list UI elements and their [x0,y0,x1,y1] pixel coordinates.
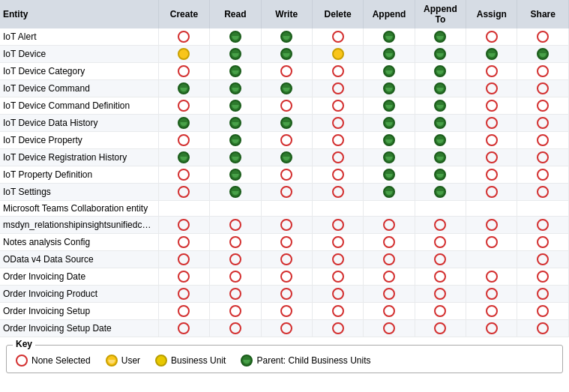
cell-assign [466,268,517,286]
icon-none-selected [537,151,549,163]
cell-share [517,184,569,201]
cell-create [158,115,209,132]
icon-none-selected [178,186,190,198]
cell-write [261,217,312,234]
cell-read [210,115,261,132]
cell-assign [466,320,517,337]
entity-name: Order Invoicing Product [0,286,158,303]
cell-create [158,132,209,149]
icon-none-selected [537,271,549,283]
cell-assign [466,149,517,166]
cell-append [364,63,415,80]
icon-yellow [332,48,344,60]
icon-green [229,186,241,198]
table-row: IoT Device Data History [0,115,569,132]
col-header-delete: Delete [312,0,363,28]
icon-none-selected [332,169,344,181]
entity-name: IoT Device Data History [0,115,158,132]
entity-name: IoT Settings [0,184,158,201]
icon-none-selected [332,219,344,231]
icon-none-selected [178,305,190,317]
icon-green [434,151,446,163]
icon-none-selected [537,65,549,77]
icon-none-selected [486,186,498,198]
icon-green [229,82,241,94]
cell-create [158,46,209,63]
cell-appendTo [415,132,466,149]
entity-name: IoT Device Property [0,132,158,149]
cell-write [261,286,312,303]
cell-create [158,97,209,115]
icon-none-selected [537,100,549,112]
cell-create [158,286,209,303]
permissions-table: Entity Create Read Write Delete Append A… [0,0,569,337]
icon-none-selected [332,305,344,317]
icon-none-selected [332,82,344,94]
icon-green [280,82,292,94]
cell-write [261,234,312,251]
cell-share [517,251,569,268]
table-row: IoT Device Property [0,132,569,149]
cell-appendTo [415,286,466,303]
icon-none-selected [486,169,498,181]
icon-none-selected [537,169,549,181]
cell-assign [466,166,517,184]
cell-append [364,234,415,251]
icon-none-selected [332,186,344,198]
icon-none-selected [434,219,446,231]
icon-none-selected [486,65,498,77]
icon-none-selected [332,322,344,334]
cell-create [158,80,209,97]
table-row: Order Invoicing Date [0,268,569,286]
cell-read [210,28,261,46]
table-row: Notes analysis Config [0,234,569,251]
icon-green [280,117,292,129]
cell-share [517,166,569,184]
permissions-table-container: Entity Create Read Write Delete Append A… [0,0,569,337]
cell-read [210,286,261,303]
icon-none-selected [280,236,292,248]
icon-none-selected [434,236,446,248]
entity-name: Order Invoicing Setup Date [0,320,158,337]
cell-appendTo [415,268,466,286]
key-icon-bu [155,355,167,367]
icon-none-selected [537,305,549,317]
cell-share [517,286,569,303]
icon-none-selected [178,253,190,265]
icon-none-selected [434,271,446,283]
icon-green [178,82,190,94]
cell-share [517,268,569,286]
icon-none-selected [229,322,241,334]
icon-none-selected [486,219,498,231]
cell-appendTo [415,97,466,115]
cell-read [210,63,261,80]
cell-write [261,28,312,46]
entity-name: IoT Device [0,46,158,63]
icon-none-selected [229,305,241,317]
cell-share [517,201,569,217]
cell-write [261,132,312,149]
table-row: Order Invoicing Setup Date [0,320,569,337]
icon-green [280,48,292,60]
entity-name: Order Invoicing Setup [0,303,158,320]
cell-create [158,303,209,320]
icon-none-selected [280,305,292,317]
cell-append [364,28,415,46]
icon-none-selected [537,236,549,248]
cell-appendTo [415,149,466,166]
cell-delete [312,46,363,63]
icon-none-selected [280,322,292,334]
table-row: Order Invoicing Product [0,286,569,303]
icon-green [383,65,395,77]
col-header-read: Read [210,0,261,28]
cell-create [158,201,209,217]
key-icon-parent [241,355,253,367]
cell-appendTo [415,217,466,234]
cell-assign [466,63,517,80]
icon-none-selected [383,288,395,300]
entity-name: Microsoft Teams Collaboration entity [0,201,158,217]
cell-delete [312,184,363,201]
cell-share [517,97,569,115]
icon-none-selected [434,253,446,265]
icon-none-selected [280,253,292,265]
